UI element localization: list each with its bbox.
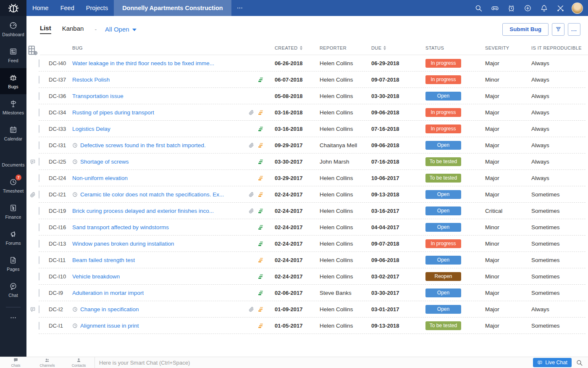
status-badge[interactable]: Open bbox=[425, 92, 461, 101]
status-badge[interactable]: Open bbox=[425, 256, 461, 265]
column-header-bug[interactable]: BUG bbox=[72, 45, 241, 50]
column-header-status[interactable]: STATUS bbox=[422, 45, 481, 50]
bell-button[interactable] bbox=[539, 3, 549, 13]
search-button[interactable] bbox=[473, 3, 483, 13]
footer-tab-channels[interactable]: Channels bbox=[32, 357, 63, 368]
sidebar-item-calendar[interactable]: Calendar bbox=[0, 120, 26, 146]
bug-title-link[interactable]: Shortage of screws bbox=[80, 159, 129, 165]
status-badge[interactable]: In progress bbox=[425, 124, 461, 133]
bug-title-link[interactable]: Change in specification bbox=[80, 306, 139, 312]
table-row[interactable]: DC-I25Shortage of screws03-30-2017John M… bbox=[26, 154, 588, 170]
bug-title-link[interactable]: Vehicle breakdown bbox=[72, 273, 120, 280]
status-badge[interactable]: Open bbox=[425, 190, 461, 199]
row-checkbox[interactable] bbox=[39, 305, 39, 313]
tools-button[interactable] bbox=[555, 3, 565, 13]
table-row[interactable]: DC-I2Change in specification01-09-2017He… bbox=[26, 301, 588, 318]
row-checkbox[interactable] bbox=[39, 141, 39, 149]
row-checkbox[interactable] bbox=[39, 76, 39, 84]
table-row[interactable]: DC-I34Rusting of pipes during transport0… bbox=[26, 104, 588, 121]
nav-item-feed[interactable]: Feed bbox=[55, 0, 80, 16]
table-row[interactable]: DC-I9Adulteration in mortar import02-06-… bbox=[26, 285, 588, 301]
row-checkbox[interactable] bbox=[39, 174, 39, 182]
bug-title-link[interactable]: Logistics Delay bbox=[72, 126, 110, 132]
column-chooser-button[interactable] bbox=[26, 39, 39, 56]
status-badge[interactable]: In progress bbox=[425, 108, 461, 117]
status-badge[interactable]: In progress bbox=[425, 59, 461, 68]
sidebar-item-forums[interactable]: Forums bbox=[0, 225, 26, 251]
table-row[interactable]: DC-I33Logistics Delay03-16-2018Helen Col… bbox=[26, 121, 588, 137]
bug-title-link[interactable]: Ceramic tile color does not match the sp… bbox=[80, 191, 224, 198]
view-tab-kanban[interactable]: Kanban bbox=[62, 25, 84, 34]
sidebar-item-chat[interactable]: Chat bbox=[0, 277, 26, 303]
status-badge[interactable]: Open bbox=[425, 207, 461, 215]
row-checkbox[interactable] bbox=[39, 223, 39, 231]
smart-chat-input[interactable] bbox=[99, 360, 533, 366]
active-project-tab[interactable]: Donnelly Apartments Construction bbox=[114, 0, 231, 16]
footer-tab-chats[interactable]: Chats bbox=[0, 357, 32, 368]
app-logo[interactable] bbox=[0, 0, 26, 16]
footer-search-icon[interactable] bbox=[576, 359, 583, 366]
sidebar-item-finance[interactable]: Finance bbox=[0, 199, 26, 225]
table-row[interactable]: DC-I24Non-uniform elevation03-29-2017Hel… bbox=[26, 170, 588, 186]
bug-title-link[interactable]: Rusting of pipes during transport bbox=[72, 109, 154, 116]
status-badge[interactable]: To be tested bbox=[425, 321, 461, 330]
status-badge[interactable]: Open bbox=[425, 289, 461, 297]
status-badge[interactable]: Open bbox=[425, 223, 461, 232]
table-row[interactable]: DC-I31Defective screws found in the firs… bbox=[26, 137, 588, 154]
row-checkbox[interactable] bbox=[39, 273, 39, 281]
row-checkbox[interactable] bbox=[39, 109, 39, 116]
bug-filter-dropdown[interactable]: All Open bbox=[105, 26, 136, 33]
sidebar-item-documents[interactable]: Documents bbox=[0, 146, 26, 172]
view-tab-list[interactable]: List bbox=[40, 24, 51, 34]
row-checkbox[interactable] bbox=[39, 191, 39, 199]
sidebar-item-bugs[interactable]: Bugs bbox=[0, 68, 26, 94]
bug-title-link[interactable]: Restock Polish bbox=[72, 77, 110, 83]
status-badge[interactable]: Open bbox=[425, 305, 461, 314]
bug-title-link[interactable]: Non-uniform elevation bbox=[72, 175, 128, 181]
table-row[interactable]: DC-I11Beam failed strength test02-24-201… bbox=[26, 252, 588, 268]
status-badge[interactable]: In progress bbox=[425, 239, 461, 248]
table-row[interactable]: DC-I10Vehicle breakdown02-24-2017Helen C… bbox=[26, 268, 588, 285]
status-badge[interactable]: Open bbox=[425, 141, 461, 150]
bug-title-link[interactable]: Transportation issue bbox=[72, 93, 123, 99]
status-badge[interactable]: Reopen bbox=[425, 272, 461, 281]
filter-button[interactable] bbox=[552, 23, 564, 36]
sidebar-item-milestones[interactable]: Milestones bbox=[0, 94, 26, 120]
footer-tab-contacts[interactable]: Contacts bbox=[63, 357, 94, 368]
status-badge[interactable]: To be tested bbox=[425, 157, 461, 166]
bug-title-link[interactable]: Beam failed strength test bbox=[72, 257, 135, 263]
table-row[interactable]: DC-I37Restock Polish06-07-2018Helen Coll… bbox=[26, 71, 588, 88]
row-checkbox[interactable] bbox=[39, 240, 39, 248]
bug-title-link[interactable]: Defective screws found in the first batc… bbox=[80, 142, 206, 148]
table-row[interactable]: DC-I13Window panes broken during install… bbox=[26, 236, 588, 252]
gamepad-button[interactable] bbox=[490, 3, 500, 13]
row-checkbox[interactable] bbox=[39, 256, 39, 264]
column-header-due[interactable]: DUE bbox=[369, 45, 422, 50]
live-chat-button[interactable]: Live Chat bbox=[533, 358, 572, 367]
submit-bug-button[interactable]: Submit Bug bbox=[502, 23, 549, 36]
bug-title-link[interactable]: Alignment issue in print bbox=[80, 323, 139, 329]
status-badge[interactable]: In progress bbox=[425, 75, 461, 84]
bug-title-link[interactable]: Adulteration in mortar import bbox=[72, 290, 144, 296]
sidebar-item-dashboard[interactable]: Dashboard bbox=[0, 16, 26, 42]
row-checkbox[interactable] bbox=[39, 92, 39, 100]
column-header-severity[interactable]: SEVERITY bbox=[481, 45, 527, 50]
column-header-reproducible[interactable]: IS IT REPRODUCIBLE bbox=[527, 45, 588, 50]
alarm-button[interactable] bbox=[506, 3, 516, 13]
bug-title-link[interactable]: Water leakage in the third floor needs t… bbox=[72, 60, 214, 66]
bug-title-link[interactable]: Sand transport affected by windstorms bbox=[72, 224, 169, 230]
nav-item-home[interactable]: Home bbox=[26, 0, 55, 16]
table-row[interactable]: DC-I21Ceramic tile color does not match … bbox=[26, 186, 588, 203]
add-button[interactable] bbox=[522, 3, 533, 13]
row-checkbox[interactable] bbox=[39, 158, 39, 166]
bug-title-link[interactable]: Window panes broken during installation bbox=[72, 241, 174, 247]
status-badge[interactable]: To be tested bbox=[425, 174, 461, 183]
sidebar-item-feed[interactable]: Feed bbox=[0, 42, 26, 68]
table-row[interactable]: DC-I40Water leakage in the third floor n… bbox=[26, 55, 588, 71]
row-checkbox[interactable] bbox=[39, 125, 39, 133]
row-checkbox[interactable] bbox=[39, 289, 39, 297]
column-header-reporter[interactable]: REPORTER bbox=[317, 45, 369, 50]
row-checkbox[interactable] bbox=[39, 322, 39, 330]
table-more-button[interactable]: ... bbox=[568, 23, 580, 36]
nav-more-button[interactable] bbox=[231, 0, 248, 16]
